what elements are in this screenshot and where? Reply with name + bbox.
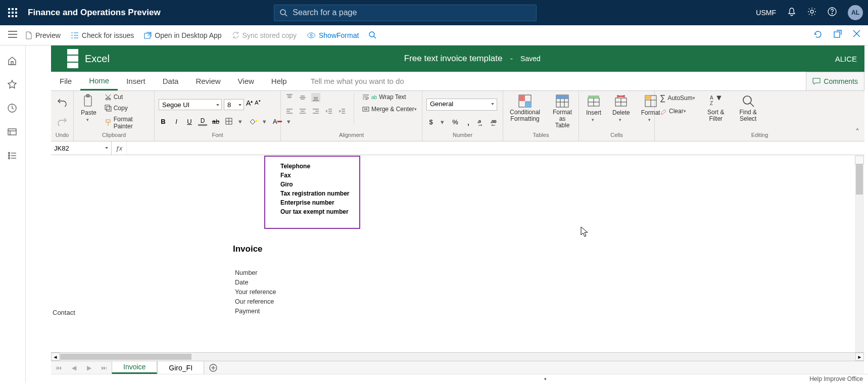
- popout-button[interactable]: [834, 30, 842, 40]
- gear-icon[interactable]: [807, 7, 816, 18]
- increase-font-icon[interactable]: A▴: [246, 99, 253, 110]
- user-name[interactable]: ALICE: [835, 55, 857, 63]
- align-bottom-button[interactable]: [311, 93, 320, 102]
- sheet-nav-next-icon[interactable]: ▶: [81, 361, 97, 374]
- vertical-scrollbar[interactable]: [855, 156, 864, 353]
- redo-button[interactable]: [57, 117, 67, 128]
- show-format-button[interactable]: ShowFormat: [307, 31, 359, 39]
- wrap-text-button[interactable]: abWrap Text: [361, 93, 418, 101]
- increase-indent-button[interactable]: [337, 107, 347, 116]
- decrease-indent-button[interactable]: [324, 107, 333, 116]
- italic-button[interactable]: I: [172, 117, 181, 126]
- home-icon[interactable]: [7, 56, 18, 67]
- svg-rect-78: [519, 95, 525, 101]
- sort-filter-button[interactable]: AZSort & Filter: [703, 93, 729, 123]
- tab-view[interactable]: View: [229, 72, 263, 90]
- paste-button[interactable]: Paste▾: [78, 93, 100, 123]
- list-icon[interactable]: [7, 151, 18, 162]
- undo-button[interactable]: [57, 98, 67, 109]
- add-sheet-button[interactable]: [204, 361, 222, 374]
- percent-button[interactable]: %: [451, 118, 460, 127]
- delete-cell-icon: [614, 94, 628, 108]
- help-improve-link[interactable]: Help Improve Office: [809, 375, 863, 382]
- double-underline-button[interactable]: D: [198, 117, 207, 126]
- tell-me-input[interactable]: Tell me what you want to do: [296, 72, 419, 90]
- scroll-right-icon[interactable]: ►: [855, 353, 864, 361]
- delete-cells-button[interactable]: Delete▾: [609, 93, 633, 123]
- tab-data[interactable]: Data: [154, 72, 187, 90]
- search-input[interactable]: Search for a page: [274, 5, 537, 21]
- font-name-select[interactable]: Segoe UI: [159, 99, 222, 110]
- bold-button[interactable]: B: [159, 117, 168, 126]
- star-icon[interactable]: [7, 79, 18, 90]
- name-box[interactable]: JK82: [51, 141, 112, 155]
- refresh-button[interactable]: [813, 30, 823, 40]
- collapse-ribbon-icon[interactable]: ˄: [855, 127, 859, 137]
- font-size-select[interactable]: 8: [224, 99, 244, 110]
- sheet-nav-last-icon[interactable]: ⏭: [97, 361, 112, 374]
- tab-help[interactable]: Help: [263, 72, 296, 90]
- scroll-thumb[interactable]: [856, 164, 863, 195]
- sheet-tab-invoice[interactable]: Invoice: [112, 361, 157, 374]
- scroll-up-icon[interactable]: [855, 156, 864, 164]
- status-caret-icon[interactable]: ▾: [544, 376, 547, 381]
- align-center-button[interactable]: [298, 107, 307, 116]
- clock-icon[interactable]: [7, 103, 18, 114]
- align-middle-button[interactable]: [298, 93, 307, 102]
- align-right-button[interactable]: [311, 107, 320, 116]
- sheet-nav-first-icon[interactable]: ⏮: [51, 361, 66, 374]
- decrease-font-icon[interactable]: A▾: [255, 99, 260, 110]
- svg-line-102: [750, 103, 754, 107]
- preview-button[interactable]: Preview: [25, 31, 61, 39]
- sheet-tab-giro[interactable]: Giro_FI: [157, 361, 204, 374]
- conditional-formatting-button[interactable]: Conditional Formatting: [507, 93, 543, 123]
- cut-button[interactable]: Cut: [104, 93, 150, 101]
- svg-line-10: [285, 14, 287, 16]
- company-code[interactable]: USMF: [756, 9, 776, 17]
- fx-icon[interactable]: ƒx: [112, 141, 127, 155]
- comments-button[interactable]: Comments: [806, 72, 864, 90]
- open-desktop-button[interactable]: Open in Desktop App: [144, 31, 221, 39]
- scroll-left-icon[interactable]: ◄: [51, 353, 60, 361]
- underline-button[interactable]: U: [185, 117, 194, 126]
- hamburger-button[interactable]: [6, 28, 19, 41]
- align-top-button[interactable]: [285, 93, 294, 102]
- increase-decimal-button[interactable]: .0: [477, 118, 486, 127]
- insert-cells-button[interactable]: Insert▾: [583, 93, 604, 123]
- search-toolbar-button[interactable]: [369, 31, 376, 39]
- merge-icon: [362, 106, 369, 113]
- strikethrough-button[interactable]: ab: [211, 117, 220, 126]
- number-format-select[interactable]: General: [426, 99, 497, 111]
- document-title[interactable]: Free text invoice template: [404, 54, 503, 64]
- currency-button[interactable]: $: [426, 118, 436, 127]
- sheet-nav-prev-icon[interactable]: ◀: [66, 361, 81, 374]
- tab-home[interactable]: Home: [80, 72, 118, 90]
- help-icon[interactable]: [828, 7, 837, 18]
- svg-rect-45: [107, 107, 111, 111]
- close-button[interactable]: [853, 30, 860, 40]
- copy-button[interactable]: Copy: [104, 104, 150, 112]
- find-select-button[interactable]: Find & Select: [736, 93, 761, 123]
- decrease-decimal-button[interactable]: .00: [490, 118, 499, 127]
- module-icon[interactable]: [7, 127, 18, 138]
- align-left-button[interactable]: [285, 107, 294, 116]
- worksheet[interactable]: Telephone Fax Giro Tax registration numb…: [51, 156, 864, 353]
- comma-button[interactable]: ,: [464, 118, 473, 127]
- merge-center-button[interactable]: Merge & Center▾: [361, 105, 418, 113]
- fill-color-button[interactable]: [249, 117, 258, 126]
- tab-insert[interactable]: Insert: [118, 72, 154, 90]
- tab-review[interactable]: Review: [187, 72, 229, 90]
- bell-icon[interactable]: [787, 7, 796, 18]
- tab-file[interactable]: File: [51, 72, 80, 90]
- scroll-thumb[interactable]: [60, 354, 191, 360]
- border-button[interactable]: [224, 117, 233, 126]
- check-issues-button[interactable]: Check for issues: [71, 31, 134, 39]
- format-painter-button[interactable]: Format Painter: [104, 115, 150, 130]
- avatar[interactable]: AL: [848, 5, 863, 20]
- clear-button[interactable]: Clear▾: [659, 107, 696, 115]
- app-launcher-icon[interactable]: [5, 5, 20, 20]
- horizontal-scrollbar[interactable]: ◄ ►: [51, 352, 864, 361]
- wrap-icon: [362, 93, 369, 101]
- autosum-button[interactable]: ∑AutoSum▾: [659, 93, 696, 103]
- format-as-table-button[interactable]: Format as Table: [550, 93, 575, 130]
